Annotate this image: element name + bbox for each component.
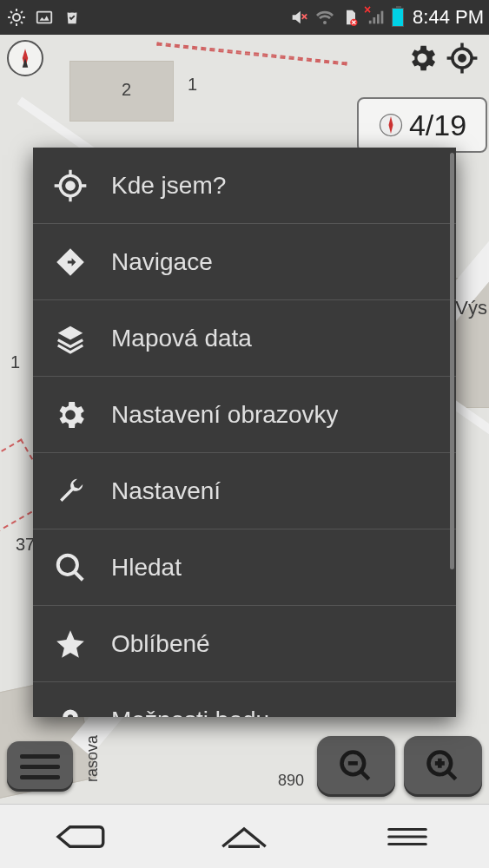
menu-item-label: Nastavení obrazovky (111, 401, 338, 429)
map-toolbar (0, 35, 489, 82)
zoom-in-button[interactable] (404, 736, 482, 797)
recent-button[interactable] (364, 819, 451, 854)
context-menu: Kde jsem? Navigace Mapová data Nastavení… (33, 148, 456, 717)
scrollbar[interactable] (450, 153, 454, 569)
locate-button[interactable] (442, 38, 482, 78)
battery-icon (392, 8, 404, 27)
menu-item-search[interactable]: Hledat (33, 529, 456, 606)
signal-icon: × (366, 6, 388, 29)
zoom-out-button[interactable] (317, 736, 395, 797)
gps-icon (5, 6, 28, 29)
pin-icon (52, 702, 89, 717)
star-icon (52, 626, 89, 662)
home-button[interactable] (201, 819, 287, 854)
compass-button[interactable] (7, 40, 43, 76)
map-view[interactable]: 2 1 37 1 Výs 890 rasova 4/19 (0, 35, 489, 804)
menu-item-map-data[interactable]: Mapová data (33, 300, 456, 377)
svg-point-0 (13, 14, 20, 21)
menu-item-label: Možnosti bodu… (111, 707, 294, 717)
svg-point-14 (58, 555, 77, 574)
svg-rect-1 (37, 12, 52, 23)
shopping-icon (61, 6, 83, 29)
wrench-icon (52, 473, 89, 510)
svg-rect-5 (377, 14, 380, 23)
menu-item-label: Navigace (111, 248, 213, 276)
layers-icon (52, 320, 89, 357)
search-icon (52, 549, 89, 586)
menu-button[interactable] (7, 741, 73, 792)
svg-rect-4 (373, 17, 375, 23)
menu-item-screen-settings[interactable]: Nastavení obrazovky (33, 377, 456, 453)
wifi-icon (314, 6, 336, 29)
svg-point-8 (459, 56, 465, 61)
settings-button[interactable] (402, 38, 442, 78)
sim-icon (340, 6, 362, 29)
menu-item-label: Hledat (111, 554, 182, 582)
map-bottom-controls (7, 736, 482, 797)
menu-item-label: Mapová data (111, 325, 252, 352)
gear-icon (52, 397, 89, 433)
menu-item-point-options[interactable]: Možnosti bodu… (33, 682, 456, 717)
back-button[interactable] (38, 819, 125, 854)
date-badge-text: 4/19 (409, 108, 466, 142)
image-icon (33, 6, 56, 29)
locate-icon (52, 168, 89, 204)
svg-rect-6 (381, 11, 384, 24)
menu-item-label: Kde jsem? (111, 172, 226, 200)
directions-icon (52, 244, 89, 280)
menu-item-label: Oblíbené (111, 630, 210, 658)
menu-item-where-am-i[interactable]: Kde jsem? (33, 148, 456, 224)
status-bar: × 8:44 PM (0, 0, 489, 35)
menu-item-label: Nastavení (111, 477, 221, 505)
date-badge[interactable]: 4/19 (357, 97, 487, 153)
menu-item-navigation[interactable]: Navigace (33, 224, 456, 300)
svg-point-13 (67, 181, 74, 188)
system-nav-bar (0, 804, 489, 868)
clock-text: 8:44 PM (413, 6, 484, 29)
menu-item-settings[interactable]: Nastavení (33, 453, 456, 529)
menu-item-favorites[interactable]: Oblíbené (33, 606, 456, 682)
svg-rect-3 (369, 21, 372, 24)
mute-icon (287, 6, 310, 29)
